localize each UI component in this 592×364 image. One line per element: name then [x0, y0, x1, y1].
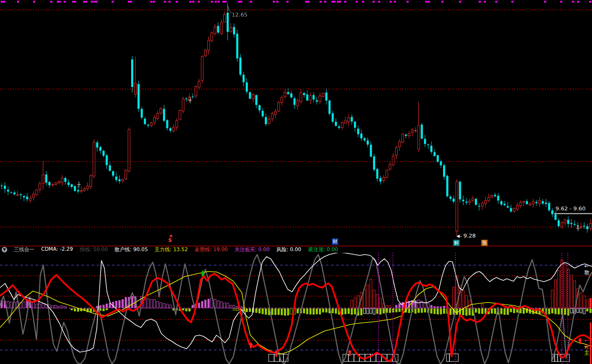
indicator-title: 三线合一 [14, 246, 34, 253]
collapse-indicator-icon[interactable]: ▼ [2, 247, 7, 252]
badge-money-marker[interactable]: $ [168, 237, 172, 243]
indicator-panel [0, 252, 592, 364]
price-range-label: 9.62 - 9.60 [556, 205, 586, 212]
indicator-item-6: 风险: 0.00 [276, 246, 301, 253]
indicator-values: CDMA: -2.29快线: 50.00散户线: 90.05主力线: 13.52… [41, 246, 338, 253]
indicator-header: ▼ 三线合一 CDMA: -2.29快线: 50.00散户线: 90.05主力线… [0, 246, 592, 253]
candlesticks [1, 3, 592, 236]
indicator-item-5: 关注低买: 0.00 [235, 246, 270, 253]
line-tag-0: ←散 [584, 263, 592, 276]
indicator-item-2: 散户线: 90.05 [115, 246, 148, 253]
indicator-item-1: 快线: 50.00 [80, 246, 108, 253]
price-low-label: 9.28 [463, 232, 476, 239]
price-annotations [169, 6, 592, 238]
chart-canvas [0, 0, 592, 364]
signal-boxes [269, 354, 570, 361]
badge-finance-marker[interactable]: 财 [332, 238, 338, 245]
indicator-item-4: 走势线: 19.00 [195, 246, 228, 253]
trading-chart-window: ▼ 三线合一 CDMA: -2.29快线: 50.00散户线: 90.05主力线… [0, 0, 592, 364]
price-high-label: 12.65 [232, 11, 247, 18]
main-gridlines [0, 10, 592, 227]
badge-yu-marker[interactable]: 预 [481, 240, 488, 246]
indicator-item-0: CDMA: -2.29 [41, 246, 73, 253]
indicator-item-3: 主力线: 13.52 [154, 246, 188, 253]
line-tag-2: ←主 [584, 344, 592, 357]
top-signal-marks [1, 1, 591, 3]
badge-jie-marker[interactable]: 解 [453, 240, 460, 246]
indicator-item-7: 观注顶: 0.00 [308, 246, 338, 253]
